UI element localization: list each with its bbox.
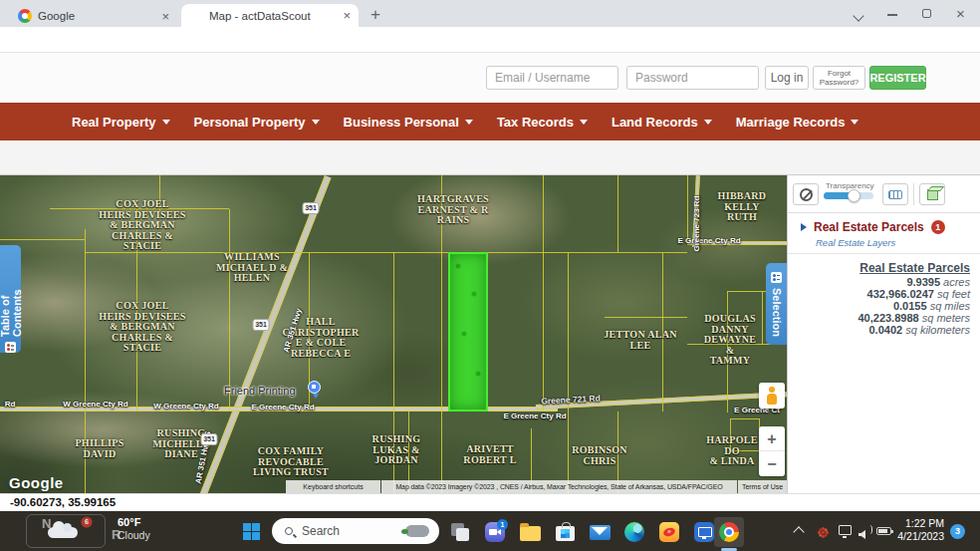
layers-panel: Transparency Real Estate Parcels 1 Real … xyxy=(787,175,980,493)
microsoft-store-button[interactable] xyxy=(553,520,577,544)
site-header: actDataScout actDataScout Log in Forgot … xyxy=(0,53,980,103)
nav-personal-property[interactable]: Personal Property xyxy=(194,115,320,130)
nav-real-property[interactable]: Real Property xyxy=(72,115,170,130)
screen: Google × Map - actDataScout × + × ← → ac… xyxy=(0,0,980,551)
chrome-button-active[interactable] xyxy=(714,517,744,547)
tray-chevron-up-icon[interactable] xyxy=(795,528,803,536)
window-close-button[interactable]: × xyxy=(956,5,965,22)
taskbar-search[interactable]: Search xyxy=(272,518,439,544)
transparency-label: Transparency xyxy=(826,181,874,190)
transparency-slider[interactable] xyxy=(824,192,873,199)
road-label: E Greene Cty Rd xyxy=(251,403,314,412)
mail-button[interactable] xyxy=(588,520,612,544)
keyboard-shortcuts-link[interactable]: Keyboard shortcuts xyxy=(286,480,380,493)
tab-title: Map - actDataScout xyxy=(209,10,337,22)
nav-tax-records[interactable]: Tax Records xyxy=(497,115,588,130)
battery-icon[interactable] xyxy=(876,527,891,535)
real-estate-layers-link[interactable]: Real Estate Layers xyxy=(816,237,895,248)
chat-badge: 1 xyxy=(497,519,508,530)
parcel-label: HARPOLE DO & LINDA xyxy=(705,435,760,467)
edge-button[interactable] xyxy=(622,520,646,544)
browser-tab-bar: Google × Map - actDataScout × + × xyxy=(0,0,980,27)
pegman-icon xyxy=(769,387,775,393)
parcel-label: PHILLIPS DAVID xyxy=(75,438,123,459)
window-chevron-icon[interactable] xyxy=(855,12,862,20)
parcel-line xyxy=(85,252,687,253)
window-minimize-button[interactable] xyxy=(887,9,897,16)
zoom-out-button[interactable]: − xyxy=(759,451,785,476)
nav-business-personal[interactable]: Business Personal xyxy=(344,115,473,130)
parcel-label: ARIVETT ROBERT L xyxy=(463,444,516,465)
chevron-down-icon xyxy=(465,120,473,125)
parcel-label: HIBBARD KELLY RUTH xyxy=(718,191,767,223)
no-sign-icon xyxy=(800,188,813,201)
file-explorer-button[interactable] xyxy=(518,520,542,544)
password-field[interactable] xyxy=(626,66,759,90)
register-button[interactable]: REGISTER xyxy=(869,66,926,90)
nav-land-records[interactable]: Land Records xyxy=(612,115,712,130)
parcel-label: DOUGLAS DANNY DEWAYNE & TAMMY xyxy=(702,314,759,367)
map-toolbar: ←Back ↗↙ Google xyxy=(0,140,980,175)
parcel-label: HARTGRAVES EARNEST & R RAINS xyxy=(417,194,489,226)
notification-badge[interactable]: 3 xyxy=(950,524,965,539)
candy-crush-button[interactable] xyxy=(657,520,681,544)
coordinate-bar: -90.60273, 35.99165 xyxy=(0,493,980,511)
zoom-in-button[interactable]: + xyxy=(759,426,785,451)
real-estate-parcels-toggle[interactable]: Real Estate Parcels 1 xyxy=(801,220,945,234)
selection-tab[interactable]: Selection xyxy=(766,263,787,345)
divider xyxy=(913,183,914,205)
nav-marriage-records[interactable]: Marriage Records xyxy=(736,115,859,130)
parcel-label: WILLIAMS MICHAEL D & HELEN xyxy=(216,252,288,284)
taskbar-clock[interactable]: 1:22 PM 4/21/2023 xyxy=(892,517,944,543)
google-favicon-icon xyxy=(18,9,32,23)
email-field[interactable] xyxy=(486,66,618,90)
task-view-button[interactable] xyxy=(448,520,472,544)
street-view-pegman-button[interactable] xyxy=(759,383,785,409)
poi-marker-icon[interactable] xyxy=(308,381,321,394)
selection-grid-icon xyxy=(771,272,782,283)
selected-parcel[interactable] xyxy=(448,252,488,412)
new-tab-button[interactable]: + xyxy=(370,5,380,25)
road-label: Greene 723 Rd xyxy=(692,195,701,251)
start-button[interactable] xyxy=(243,523,260,540)
edge-icon xyxy=(624,522,644,542)
ghost-badge: 6 xyxy=(81,516,92,527)
map-zoom-control: + − xyxy=(759,426,785,476)
slider-knob[interactable] xyxy=(848,189,860,202)
network-icon[interactable] xyxy=(839,525,852,535)
3d-view-button[interactable] xyxy=(919,183,945,205)
google-watermark: Google xyxy=(9,474,64,491)
tab-close-icon[interactable]: × xyxy=(161,9,169,24)
pinned-app-button[interactable] xyxy=(692,520,716,544)
window-maximize-button[interactable] xyxy=(922,9,931,18)
tab-close-icon[interactable]: × xyxy=(343,8,351,23)
volume-icon[interactable] xyxy=(858,525,865,543)
parcel-label: ROBINSON CHRIS xyxy=(572,445,627,466)
terms-of-use-link[interactable]: Terms of Use xyxy=(738,480,787,493)
parcel-label: COX JOEL HEIRS DEVISEES & BERGMAN CHARLE… xyxy=(99,199,185,252)
blue-app-icon xyxy=(694,522,714,542)
expand-arrow-icon xyxy=(801,223,807,231)
tab-google[interactable]: Google × xyxy=(10,5,177,27)
forgot-password-button[interactable]: Forgot Password? xyxy=(813,66,865,90)
divider xyxy=(788,212,980,213)
measure-button[interactable] xyxy=(882,183,908,205)
road-label: E Greene Cty Rd xyxy=(677,236,740,245)
parcel-line xyxy=(762,291,763,344)
store-bag-icon xyxy=(556,526,575,541)
tab-actdatascout[interactable]: Map - actDataScout × xyxy=(181,4,359,27)
clock-date: 4/21/2023 xyxy=(892,530,944,543)
tray-flower-icon[interactable] xyxy=(818,527,829,538)
chevron-down-icon xyxy=(312,120,320,125)
table-of-contents-tab[interactable]: Table of Contents xyxy=(0,245,21,353)
chat-button[interactable]: 1 xyxy=(483,520,507,544)
actdatascout-favicon-icon xyxy=(192,12,200,19)
clock-time: 1:22 PM xyxy=(892,517,944,530)
map-canvas[interactable]: COX JOEL HEIRS DEVISEES & BERGMAN CHARLE… xyxy=(0,175,787,493)
clear-selection-button[interactable] xyxy=(793,183,819,205)
poi-label[interactable]: Friend Printing xyxy=(224,385,296,397)
parcel-line xyxy=(229,209,230,412)
login-button[interactable]: Log in xyxy=(765,66,809,90)
parcel-label: COX FAMILY REVOCABLE LIVING TRUST xyxy=(253,446,329,478)
search-highlight-image xyxy=(405,525,429,537)
